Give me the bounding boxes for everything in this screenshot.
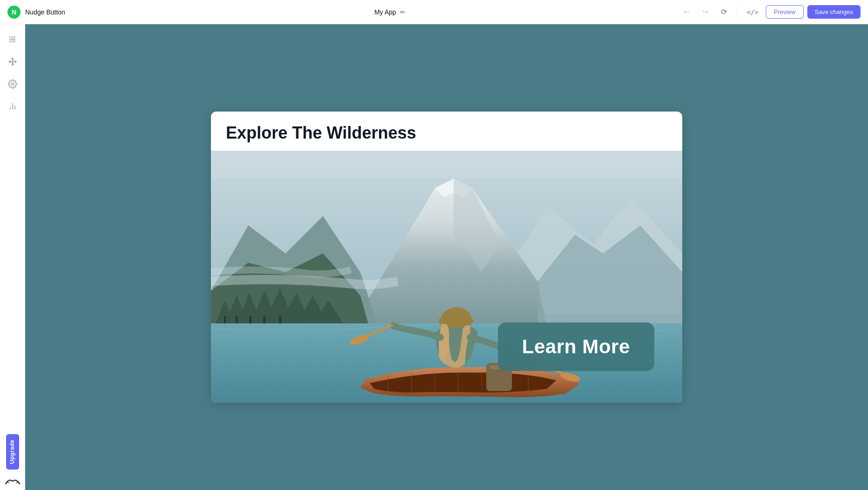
sidebar-item-layers[interactable]: ⊞ [3,30,22,49]
sidebar: ⊞ Upgrade [0,24,25,490]
center-app-name: My App [374,8,396,16]
sidebar-item-analytics[interactable] [3,97,22,116]
svg-rect-23 [263,316,266,323]
svg-rect-39 [211,151,682,179]
toolbar-divider [737,7,737,18]
code-button[interactable]: </> [743,7,762,18]
app-logo: N [7,6,21,19]
edit-app-name-icon[interactable]: ✏ [400,8,406,16]
svg-point-3 [12,63,13,65]
card-headline: Explore The Wilderness [226,123,667,143]
app-title: Nudge Button [25,8,65,16]
main-area: ⊞ Upgrade [0,24,868,490]
topbar: N Nudge Button My App ✏ ↩ ↪ ⟳ </> Previe… [0,0,868,24]
topbar-right: ↩ ↪ ⟳ </> Preview Save changes [679,5,861,20]
svg-rect-20 [224,316,226,323]
save-changes-button[interactable]: Save changes [807,5,861,19]
canvas-area: Explore The Wilderness [25,24,868,490]
topbar-center: My App ✏ [101,8,679,16]
bird-icon [4,477,21,486]
card-image-container: Learn More [211,151,682,403]
svg-rect-24 [279,316,281,323]
restore-button[interactable]: ⟳ [716,5,731,20]
sidebar-item-settings[interactable] [3,75,22,93]
preview-button[interactable]: Preview [766,5,803,19]
upgrade-button[interactable]: Upgrade [6,434,19,469]
svg-point-5 [14,61,16,62]
svg-point-6 [11,83,14,85]
undo-button[interactable]: ↩ [679,5,694,20]
topbar-left: N Nudge Button [7,6,101,19]
preview-card: Explore The Wilderness [211,112,682,402]
sidebar-item-components[interactable] [3,52,22,71]
card-header: Explore The Wilderness [211,112,682,150]
learn-more-button[interactable]: Learn More [498,322,654,371]
redo-button[interactable]: ↪ [698,5,713,20]
svg-rect-22 [249,316,252,323]
svg-rect-21 [236,316,238,323]
